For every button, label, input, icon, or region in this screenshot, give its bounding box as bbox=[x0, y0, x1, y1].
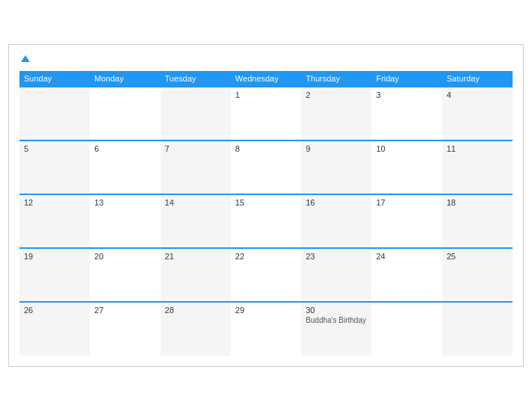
calendar-cell: 22 bbox=[231, 248, 301, 302]
day-number: 20 bbox=[94, 252, 155, 261]
day-number: 25 bbox=[447, 252, 508, 261]
weekday-header-wednesday: Wednesday bbox=[231, 71, 301, 87]
calendar-cell bbox=[90, 87, 160, 140]
calendar-cell: 24 bbox=[371, 248, 442, 302]
day-number: 27 bbox=[94, 306, 155, 315]
calendar-header bbox=[19, 52, 513, 66]
day-number: 28 bbox=[165, 306, 226, 315]
calendar-cell: 8 bbox=[231, 140, 301, 194]
calendar-cell: 25 bbox=[442, 248, 513, 302]
logo-triangle-icon bbox=[21, 55, 30, 62]
calendar-cell: 30Buddha's Birthday bbox=[301, 302, 371, 356]
day-event: Buddha's Birthday bbox=[306, 316, 367, 324]
day-number: 18 bbox=[447, 198, 508, 207]
calendar-cell bbox=[371, 302, 442, 356]
calendar-cell: 26 bbox=[19, 302, 90, 356]
weekday-header-tuesday: Tuesday bbox=[161, 71, 231, 87]
calendar-cell: 11 bbox=[442, 140, 513, 194]
calendar-cell: 12 bbox=[19, 194, 90, 248]
calendar-cell: 10 bbox=[371, 140, 442, 194]
day-number: 11 bbox=[447, 144, 508, 153]
day-number: 21 bbox=[165, 252, 226, 261]
weekday-header-monday: Monday bbox=[90, 71, 160, 87]
day-number: 3 bbox=[376, 90, 437, 99]
calendar-thead: SundayMondayTuesdayWednesdayThursdayFrid… bbox=[19, 71, 513, 87]
calendar-week-row: 1234 bbox=[19, 87, 513, 140]
calendar-cell: 3 bbox=[371, 87, 442, 140]
calendar-cell bbox=[442, 302, 513, 356]
calendar-cell: 20 bbox=[90, 248, 160, 302]
day-number: 10 bbox=[376, 144, 437, 153]
calendar-container: SundayMondayTuesdayWednesdayThursdayFrid… bbox=[8, 44, 524, 368]
day-number: 5 bbox=[24, 144, 85, 153]
calendar-body: 1234567891011121314151617181920212223242… bbox=[19, 87, 513, 356]
calendar-cell: 9 bbox=[301, 140, 371, 194]
day-number: 6 bbox=[94, 144, 155, 153]
day-number: 19 bbox=[24, 252, 85, 261]
calendar-cell: 6 bbox=[90, 140, 160, 194]
calendar-cell: 23 bbox=[301, 248, 371, 302]
calendar-cell bbox=[19, 87, 90, 140]
calendar-cell: 19 bbox=[19, 248, 90, 302]
calendar-cell: 16 bbox=[301, 194, 371, 248]
calendar-cell: 27 bbox=[90, 302, 160, 356]
calendar-cell: 29 bbox=[231, 302, 301, 356]
calendar-cell bbox=[161, 87, 231, 140]
day-number: 30 bbox=[306, 306, 367, 315]
calendar-cell: 14 bbox=[161, 194, 231, 248]
weekday-header-friday: Friday bbox=[371, 71, 442, 87]
calendar-week-row: 12131415161718 bbox=[19, 194, 513, 248]
calendar-cell: 13 bbox=[90, 194, 160, 248]
calendar-cell: 2 bbox=[301, 87, 371, 140]
weekday-header-sunday: Sunday bbox=[19, 71, 90, 87]
calendar-cell: 18 bbox=[442, 194, 513, 248]
day-number: 15 bbox=[235, 198, 297, 207]
day-number: 2 bbox=[306, 90, 367, 99]
calendar-table: SundayMondayTuesdayWednesdayThursdayFrid… bbox=[19, 71, 513, 356]
calendar-cell: 17 bbox=[371, 194, 442, 248]
calendar-week-row: 2627282930Buddha's Birthday bbox=[19, 302, 513, 356]
day-number: 8 bbox=[235, 144, 297, 153]
calendar-week-row: 567891011 bbox=[19, 140, 513, 194]
calendar-cell: 4 bbox=[442, 87, 513, 140]
day-number: 17 bbox=[376, 198, 437, 207]
calendar-cell: 21 bbox=[161, 248, 231, 302]
day-number: 26 bbox=[24, 306, 85, 315]
day-number: 24 bbox=[376, 252, 437, 261]
day-number: 14 bbox=[165, 198, 226, 207]
calendar-cell: 15 bbox=[231, 194, 301, 248]
day-number: 12 bbox=[24, 198, 85, 207]
weekday-header-thursday: Thursday bbox=[301, 71, 371, 87]
logo bbox=[19, 52, 30, 66]
day-number: 13 bbox=[94, 198, 155, 207]
day-number: 1 bbox=[235, 90, 297, 99]
calendar-week-row: 19202122232425 bbox=[19, 248, 513, 302]
calendar-cell: 7 bbox=[161, 140, 231, 194]
day-number: 7 bbox=[165, 144, 226, 153]
day-number: 29 bbox=[235, 306, 297, 315]
weekday-header-row: SundayMondayTuesdayWednesdayThursdayFrid… bbox=[19, 71, 513, 87]
day-number: 4 bbox=[447, 90, 508, 99]
day-number: 9 bbox=[306, 144, 367, 153]
weekday-header-saturday: Saturday bbox=[442, 71, 513, 87]
day-number: 16 bbox=[306, 198, 367, 207]
calendar-cell: 5 bbox=[19, 140, 90, 194]
calendar-cell: 1 bbox=[231, 87, 301, 140]
logo-text bbox=[19, 52, 30, 66]
calendar-cell: 28 bbox=[161, 302, 231, 356]
day-number: 22 bbox=[235, 252, 297, 261]
day-number: 23 bbox=[306, 252, 367, 261]
